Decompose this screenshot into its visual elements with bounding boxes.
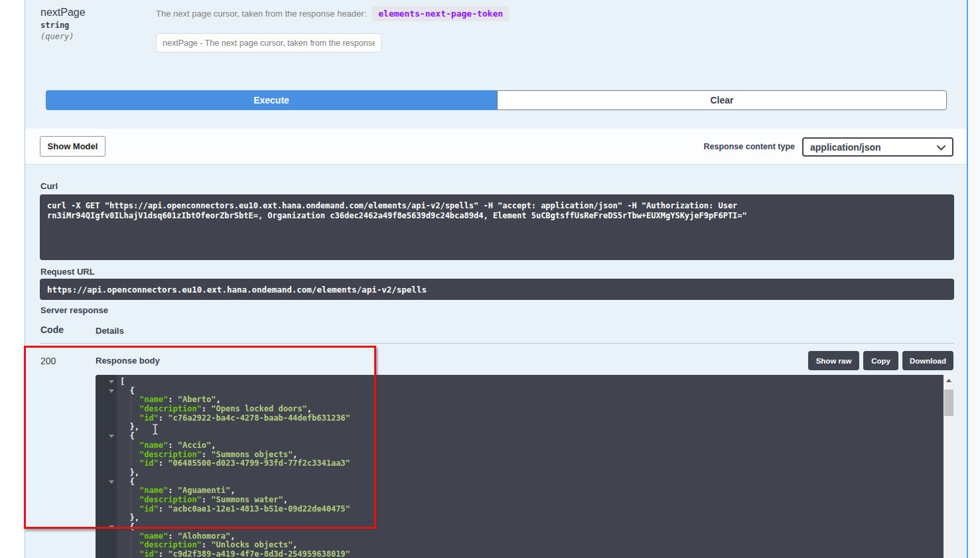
response-body-label: Response body [96,356,160,366]
parameter-description: The next page cursor, taken from the res… [156,9,366,19]
clear-button[interactable]: Clear [497,90,947,110]
json-code-line: "id": "c9d2f389-a419-4f7e-8d3d-254959638… [96,550,944,558]
response-body-code: [ { "name": "Aberto", "description": "Op… [96,378,944,558]
json-code-line: "name": "Alohomora", [96,532,944,541]
json-code-line: "id": "06485500-d023-4799-93fd-77f2c3341… [96,459,944,468]
code-column-header: Code [40,324,64,335]
response-body-scrollbar[interactable] [944,375,954,558]
content-type-value: application/json [810,142,881,153]
next-page-input[interactable] [156,33,382,52]
parameter-location: (query) [40,32,74,41]
json-code-line: "description": "Summons objects", [96,451,944,460]
json-code-line: }, [96,468,944,478]
download-button[interactable]: Download [902,351,953,370]
json-code-line: [ [96,378,944,387]
curl-command: curl -X GET "https://api.openconnectors.… [40,194,954,260]
json-code-line: { [96,387,944,396]
server-response-label: Server response [40,305,108,315]
execute-button[interactable]: Execute [46,90,497,110]
json-code-line: "description": "Opens locked doors", [96,405,944,414]
json-code-line: "description": "Summons water", [96,496,944,505]
json-code-line: }, [96,514,944,523]
json-code-line: { [96,523,944,532]
request-url-label: Request URL [40,267,95,277]
page-right-margin [968,0,980,558]
chevron-down-icon [937,142,945,153]
operation-block: nextPage string (query) The next page cu… [25,0,968,558]
request-url-value: https://api.openconnectors.eu10.ext.hana… [40,279,954,300]
scroll-up-arrow-icon[interactable] [944,375,954,386]
response-body-viewer: [ { "name": "Aberto", "description": "Op… [96,375,954,558]
json-code-line: { [96,478,944,487]
response-header-token-badge: elements-next-page-token [372,6,509,21]
parameter-name: nextPage [40,7,86,19]
show-raw-button[interactable]: Show raw [808,351,859,370]
json-code-line: { [96,432,944,441]
parameter-type: string [40,21,69,30]
curl-label: Curl [40,181,58,191]
response-content-type-label: Response content type [689,137,795,157]
responses-section-header: Show Model Response content type applica… [25,128,967,164]
status-code: 200 [40,356,56,366]
response-content-type-select[interactable]: application/json [802,137,953,157]
show-model-button[interactable]: Show Model [40,136,105,157]
table-header-divider [40,343,954,344]
json-code-line: "description": "Unlocks objects", [96,541,944,550]
json-code-line: "name": "Accio", [96,441,944,451]
parameter-description-row: The next page cursor, taken from the res… [156,6,509,21]
details-column-header: Details [96,326,124,336]
json-code-line: }, [96,423,944,432]
copy-button[interactable]: Copy [863,351,898,370]
json-code-line: "id": "acbc0ae1-12e1-4813-b51e-09d22de40… [96,505,944,514]
json-code-line: "name": "Aberto", [96,395,944,405]
json-code-line: "id": "c76a2922-ba4c-4278-baab-44defb631… [96,414,944,423]
scrollbar-thumb[interactable] [944,389,953,416]
json-code-line: "name": "Aguamenti", [96,486,944,496]
